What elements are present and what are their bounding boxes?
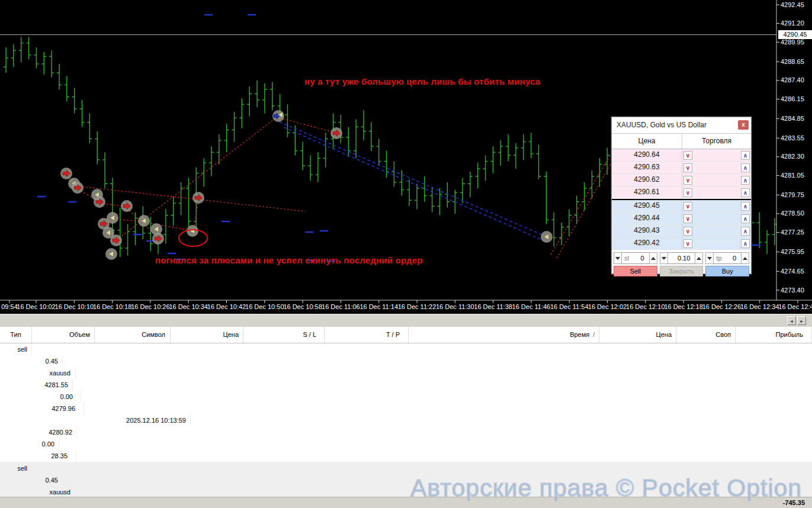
dom-trade-cell: ∨ ∧ — [682, 162, 751, 173]
scroll-left-button[interactable]: ◄ — [787, 316, 796, 325]
column-header[interactable]: T / P — [325, 327, 409, 343]
chevron-down-icon[interactable]: ∨ — [683, 163, 692, 172]
dom-order-controls: sl 0 0.10 tp 0 — [612, 250, 751, 266]
trend-lines-blue[interactable] — [280, 122, 547, 242]
history-cell: 0.45 — [0, 474, 63, 486]
column-header[interactable]: Объем — [32, 327, 95, 343]
dom-action-buttons: Sell Закрыть Buy — [612, 266, 751, 276]
chevron-down-icon[interactable]: ∨ — [683, 227, 692, 236]
chevron-up-icon[interactable]: ∧ — [741, 202, 750, 211]
price-axis-label: 4281.05 — [781, 172, 804, 179]
sl-decrease-button[interactable] — [614, 252, 622, 264]
chevron-down-icon[interactable]: ∨ — [683, 202, 692, 211]
time-axis-label: 16 Dec 10:02 — [17, 303, 55, 310]
price-axis-label: 4274.65 — [781, 268, 804, 275]
chevron-down-icon[interactable]: ∨ — [683, 151, 692, 160]
time-axis-label: 16 Dec 11:14 — [360, 303, 398, 310]
scroll-right-button[interactable]: ► — [797, 316, 806, 325]
dom-price-cell[interactable]: 4290.62 — [612, 174, 682, 186]
column-header[interactable]: Тип — [0, 327, 32, 343]
dom-price-row: 4290.61 ∨ ∧ — [612, 187, 751, 199]
time-axis-label: 16 Dec 12:34 — [740, 303, 779, 310]
tp-label: tp — [714, 255, 721, 262]
column-header[interactable]: Символ — [95, 327, 171, 343]
price-axis-label: 4284.85 — [781, 115, 804, 122]
chevron-down-icon[interactable]: ∨ — [683, 188, 692, 197]
time-axis-label: 16 Dec 11:46 — [512, 303, 551, 310]
dom-table-header: Цена Торговля — [612, 134, 751, 149]
volume-field[interactable]: 0.10 — [668, 252, 695, 264]
mt5-terminal: ну а тут уже большую цель лишь бы отбить… — [0, 0, 812, 508]
price-axis-label: 4275.95 — [781, 248, 804, 255]
dom-price-column-header: Цена — [612, 134, 682, 149]
chevron-down-icon[interactable]: ∨ — [683, 214, 692, 223]
time-axis-label: 16 Dec 11:30 — [436, 303, 474, 310]
tp-field[interactable]: tp 0 — [714, 252, 741, 264]
close-position-button[interactable]: Закрыть — [660, 266, 704, 276]
chart-scrollbar[interactable]: ◄ ► — [0, 314, 812, 327]
history-cell: 4279.96 — [0, 403, 84, 414]
sort-ascending-icon: / — [589, 332, 595, 338]
trade-markers — [60, 110, 553, 260]
stop-loss-stepper: sl 0 — [614, 252, 657, 264]
chevron-up-icon[interactable]: ∧ — [741, 214, 750, 223]
dom-price-cell[interactable]: 4290.43 — [612, 225, 682, 237]
trend-lines-red[interactable] — [66, 118, 612, 258]
volume-stepper: 0.10 — [660, 252, 704, 264]
dom-title-text: XAUUSD, Gold vs US Dollar — [617, 121, 707, 129]
price-axis-label: 4289.95 — [781, 38, 804, 46]
price-axis-label: 4282.30 — [781, 153, 804, 160]
tp-increase-button[interactable] — [741, 252, 749, 264]
price-axis-label: 4277.25 — [781, 229, 804, 236]
chevron-down-icon[interactable]: ∨ — [683, 176, 692, 185]
chart-area[interactable]: ну а тут уже большую цель лишь бы отбить… — [0, 0, 812, 314]
dom-trade-cell: ∨ ∧ — [682, 200, 751, 212]
tp-decrease-button[interactable] — [705, 252, 714, 264]
sl-value: 0 — [641, 255, 649, 262]
dom-title-bar[interactable]: XAUUSD, Gold vs US Dollar x — [612, 117, 751, 134]
column-header[interactable]: Время/ — [409, 327, 599, 343]
price-axis-label: 4292.45 — [781, 1, 804, 8]
column-header[interactable]: Цена — [171, 327, 243, 343]
chevron-up-icon[interactable]: ∧ — [741, 227, 750, 236]
history-cell: xauusd — [0, 486, 76, 498]
column-header[interactable]: Своп — [676, 327, 736, 343]
total-row: -745.35 — [0, 497, 812, 508]
total-profit: -745.35 — [783, 499, 805, 506]
volume-decrease-button[interactable] — [660, 252, 668, 264]
close-icon[interactable]: x — [738, 120, 749, 130]
chevron-up-icon[interactable]: ∧ — [741, 239, 750, 248]
history-row[interactable]: sell0.45xauusd4281.550.004279.962025.12.… — [0, 343, 812, 462]
column-header[interactable]: Прибыль — [736, 327, 812, 343]
volume-increase-button[interactable] — [695, 252, 703, 264]
time-axis-label: 09:54 — [1, 303, 18, 310]
sell-button[interactable]: Sell — [614, 266, 657, 276]
chart-annotation-bottom: погнался за плюсами и не успел скинуть п… — [155, 255, 423, 265]
column-header[interactable]: Цена — [599, 327, 676, 343]
buy-button[interactable]: Buy — [705, 266, 749, 276]
dom-price-row: 4290.62 ∨ ∧ — [612, 174, 751, 187]
dom-price-cell[interactable]: 4290.64 — [612, 149, 682, 161]
dom-price-cell[interactable]: 4290.42 — [612, 237, 682, 249]
dom-trade-column-header: Торговля — [682, 134, 751, 149]
price-axis-label: 4291.20 — [781, 20, 804, 27]
dom-trade-cell: ∨ ∧ — [682, 174, 751, 186]
column-header[interactable]: S / L — [243, 327, 325, 343]
sl-increase-button[interactable] — [649, 252, 657, 264]
time-axis-label: 16 Dec 10:18 — [93, 303, 131, 310]
dom-price-cell[interactable]: 4290.44 — [612, 213, 682, 224]
chevron-up-icon[interactable]: ∧ — [741, 188, 750, 197]
chevron-up-icon[interactable]: ∧ — [741, 176, 750, 185]
dom-trade-cell: ∨ ∧ — [682, 237, 751, 249]
volume-value: 0.10 — [678, 255, 695, 262]
chevron-up-icon[interactable]: ∧ — [741, 151, 750, 160]
dom-price-cell[interactable]: 4290.45 — [612, 200, 682, 212]
dom-price-cell[interactable]: 4290.63 — [612, 162, 682, 173]
chevron-down-icon[interactable]: ∨ — [683, 239, 692, 248]
sl-field[interactable]: sl 0 — [622, 252, 649, 264]
chevron-up-icon[interactable]: ∧ — [741, 163, 750, 172]
dom-price-cell[interactable]: 4290.61 — [612, 187, 682, 198]
history-cell: 0.00 — [0, 438, 59, 450]
price-axis-label: 4273.40 — [781, 287, 804, 294]
time-axis-label: 16 Dec 11:22 — [398, 303, 437, 310]
